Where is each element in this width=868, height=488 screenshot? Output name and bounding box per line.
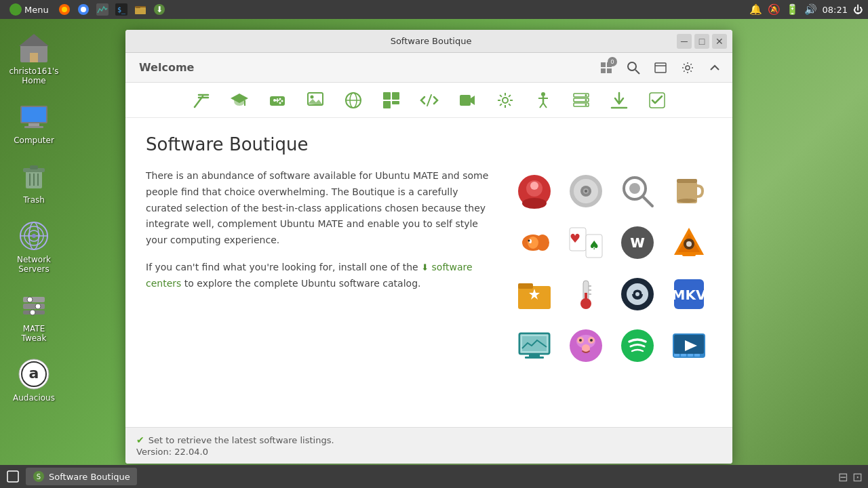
mate-tweak-icon <box>18 289 50 321</box>
svg-text:MKV: MKV <box>672 287 707 303</box>
desktop-icon-mate-tweak[interactable]: MATE Tweak <box>7 285 61 347</box>
app-icon-silver-searcher[interactable] <box>614 168 660 214</box>
cat-education[interactable] <box>227 88 252 113</box>
status-line: ✔ Set to retrieve the latest software li… <box>136 434 722 445</box>
home-label: christo161's Home <box>9 66 58 85</box>
cat-office[interactable] <box>379 88 403 113</box>
svg-point-62 <box>310 95 313 98</box>
packages-button[interactable]: 0 <box>594 56 618 80</box>
app-icon-wire[interactable]: w <box>614 220 660 266</box>
taskbar-right-icon1[interactable]: ⊟ <box>838 470 848 484</box>
app-icon-folder-star[interactable] <box>511 271 557 317</box>
app-icon-coffee[interactable] <box>666 168 712 214</box>
terminal-taskbar-icon[interactable]: $_ <box>114 2 129 17</box>
svg-rect-100 <box>677 179 697 183</box>
volume-icon[interactable]: 🔊 <box>804 3 817 16</box>
svg-point-118 <box>686 241 692 247</box>
app-icon-vlc[interactable] <box>666 220 712 266</box>
main-content: Software Boutique There is an abundance … <box>125 118 732 427</box>
app-icon-clownfish[interactable] <box>511 220 557 266</box>
svg-rect-10 <box>136 6 140 8</box>
svg-point-74 <box>541 92 545 96</box>
app-icon-spotify[interactable] <box>614 323 660 369</box>
bell-mute-icon[interactable]: 🔕 <box>768 3 781 16</box>
app-icon-phatch[interactable] <box>563 323 609 369</box>
cat-accessories[interactable] <box>189 88 214 113</box>
settings-button[interactable] <box>675 56 700 80</box>
close-button[interactable]: ✕ <box>712 34 727 49</box>
cat-programming[interactable] <box>417 88 441 113</box>
sysmonitor-taskbar-icon[interactable] <box>95 2 110 17</box>
app-icon-makemkv[interactable]: MKV <box>666 271 712 317</box>
svg-rect-33 <box>23 304 45 309</box>
maximize-button[interactable]: □ <box>694 34 709 49</box>
minimize-button[interactable]: ─ <box>677 34 692 49</box>
cat-system[interactable] <box>493 88 517 113</box>
svg-rect-124 <box>585 293 587 304</box>
toolbar: Welcome 0 <box>125 53 732 83</box>
app-icon-solitaire[interactable]: ♥ ♠ <box>563 220 609 266</box>
desktop-icon-trash[interactable]: Trash <box>7 156 61 209</box>
taskbar-boutique-button[interactable]: S Software Boutique <box>26 468 137 485</box>
menu-button[interactable]: Menu <box>5 2 53 17</box>
notification-icon[interactable]: 🔔 <box>749 3 762 16</box>
app-icon-thermometer[interactable] <box>563 271 609 317</box>
show-desktop-button[interactable] <box>5 469 20 484</box>
window-controls: ─ □ ✕ <box>677 34 727 49</box>
search-button[interactable] <box>621 56 646 80</box>
svg-point-82 <box>585 94 587 96</box>
svg-rect-18 <box>28 123 39 126</box>
battery-icon[interactable]: 🔋 <box>786 3 799 16</box>
app-icon-resolution[interactable] <box>511 323 557 369</box>
svg-point-84 <box>585 104 587 106</box>
svg-point-37 <box>30 310 35 315</box>
cat-games[interactable] <box>265 88 290 113</box>
desktop-icon-audacious[interactable]: a Audacious <box>7 354 61 407</box>
app-icon-pitivi[interactable] <box>666 323 712 369</box>
svg-line-77 <box>540 103 543 108</box>
files-taskbar-icon[interactable] <box>133 2 148 17</box>
taskbar-right-icon2[interactable]: ⊡ <box>852 470 863 484</box>
firefox-taskbar-icon[interactable] <box>57 2 72 17</box>
cat-download[interactable] <box>607 88 631 113</box>
svg-point-57 <box>281 100 283 102</box>
svg-rect-67 <box>392 92 399 100</box>
page-title: Software Boutique <box>146 134 712 155</box>
svg-rect-19 <box>24 126 43 128</box>
install-taskbar-icon[interactable]: ⬇ <box>152 2 167 17</box>
cat-video[interactable] <box>455 88 479 113</box>
window-title: Software Boutique <box>185 36 677 46</box>
app-icon-steam[interactable] <box>614 271 660 317</box>
installed-button[interactable] <box>648 56 673 80</box>
taskbar-top-left: Menu $_ ⬇ <box>5 2 167 17</box>
desktop-icon-computer[interactable]: Computer <box>7 96 61 149</box>
collapse-button[interactable] <box>703 56 727 80</box>
toolbar-header: Welcome <box>131 57 591 78</box>
chromium-taskbar-icon[interactable] <box>76 2 91 17</box>
svg-rect-41 <box>601 62 606 67</box>
svg-line-78 <box>543 103 547 108</box>
svg-rect-47 <box>655 63 666 73</box>
svg-point-36 <box>35 304 41 309</box>
cat-servers[interactable] <box>569 88 593 113</box>
svg-rect-43 <box>601 68 606 73</box>
taskbar-top-right: 🔔 🔕 🔋 🔊 08:21 ⏻ <box>749 3 863 16</box>
cat-graphics[interactable] <box>303 88 328 113</box>
cat-accessibility[interactable] <box>531 88 555 113</box>
desktop-icon-network[interactable]: Network Servers <box>7 216 61 278</box>
content-area: There is an abundance of software availa… <box>146 168 712 369</box>
svg-marker-14 <box>19 34 49 46</box>
svg-point-31 <box>32 234 36 238</box>
network-label: Network Servers <box>9 255 58 274</box>
cat-tasks[interactable] <box>645 88 669 113</box>
power-icon[interactable]: ⏻ <box>853 4 863 15</box>
menu-label: Menu <box>24 5 49 15</box>
svg-rect-66 <box>383 92 391 100</box>
svg-point-35 <box>27 297 33 302</box>
download-arrow-inline: ⬇ <box>421 262 429 272</box>
app-icon-disc[interactable] <box>563 168 609 214</box>
svg-point-58 <box>279 102 281 104</box>
cat-internet[interactable] <box>341 88 366 113</box>
desktop-icon-home[interactable]: christo161's Home <box>7 27 61 89</box>
app-icon-pikseloze[interactable] <box>511 168 557 214</box>
